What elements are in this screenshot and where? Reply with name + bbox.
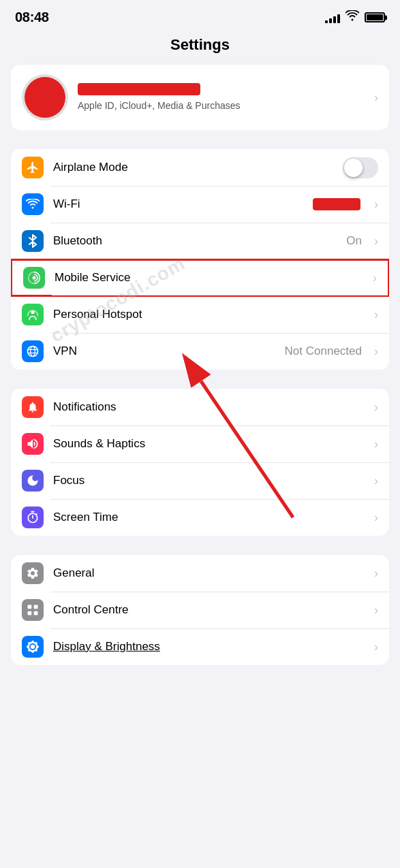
sounds-haptics-chevron-icon: ›	[374, 437, 378, 451]
page-title: Settings	[0, 31, 400, 65]
general-chevron-icon: ›	[374, 566, 378, 581]
svg-rect-6	[28, 605, 32, 609]
control-centre-chevron-icon: ›	[374, 603, 378, 617]
profile-card[interactable]: Apple ID, iCloud+, Media & Purchases ›	[11, 65, 389, 130]
wifi-label: Wi-Fi	[53, 197, 303, 211]
general-label: General	[53, 566, 365, 580]
settings-row-bluetooth[interactable]: Bluetooth On ›	[11, 223, 389, 259]
vpn-label: VPN	[53, 344, 275, 358]
settings-row-screen-time[interactable]: Screen Time ›	[11, 499, 389, 536]
notifications-label: Notifications	[53, 400, 365, 414]
display-brightness-label: Display & Brightness	[53, 640, 365, 654]
wifi-icon	[22, 193, 44, 215]
personal-hotspot-chevron-icon: ›	[374, 308, 378, 322]
wifi-status-icon	[345, 10, 359, 25]
vpn-value: Not Connected	[285, 344, 362, 358]
personal-hotspot-icon	[22, 304, 44, 325]
settings-row-sounds-haptics[interactable]: Sounds & Haptics ›	[11, 425, 389, 462]
mobile-service-chevron-icon: ›	[373, 271, 377, 285]
svg-point-0	[33, 276, 36, 280]
settings-row-general[interactable]: General ›	[11, 555, 389, 592]
vpn-icon	[22, 340, 44, 362]
screen-time-icon	[22, 507, 44, 528]
status-icons	[325, 10, 385, 25]
screen-time-chevron-icon: ›	[374, 511, 378, 525]
profile-name-redacted	[78, 83, 200, 95]
sounds-haptics-icon	[22, 433, 44, 455]
settings-row-focus[interactable]: Focus ›	[11, 462, 389, 499]
bluetooth-label: Bluetooth	[53, 234, 337, 248]
settings-row-airplane-mode[interactable]: Airplane Mode	[11, 149, 389, 186]
profile-subtitle: Apple ID, iCloud+, Media & Purchases	[78, 99, 365, 112]
wifi-chevron-icon: ›	[374, 197, 378, 212]
bluetooth-icon	[22, 230, 44, 252]
settings-row-personal-hotspot[interactable]: Personal Hotspot ›	[11, 296, 389, 333]
bluetooth-chevron-icon: ›	[374, 234, 378, 248]
control-centre-icon	[22, 599, 44, 621]
connectivity-group: Airplane Mode Wi-Fi › Bluetooth On ›	[11, 149, 389, 370]
battery-icon	[365, 12, 385, 22]
svg-rect-7	[34, 605, 38, 609]
focus-chevron-icon: ›	[374, 474, 378, 488]
notifications-chevron-icon: ›	[374, 400, 378, 415]
airplane-mode-toggle[interactable]	[343, 157, 378, 178]
airplane-mode-icon	[22, 157, 44, 178]
settings-row-control-centre[interactable]: Control Centre ›	[11, 592, 389, 628]
general-icon	[22, 562, 44, 584]
vpn-chevron-icon: ›	[374, 344, 378, 359]
signal-bars-icon	[325, 12, 340, 23]
notifications-icon	[22, 396, 44, 418]
mobile-service-icon	[23, 267, 45, 289]
svg-point-3	[31, 347, 35, 357]
bluetooth-value: On	[346, 234, 362, 248]
status-time: 08:48	[15, 10, 49, 25]
general-group: General › Control Centre › Display & Bri…	[11, 555, 389, 665]
display-brightness-icon	[22, 636, 44, 658]
mobile-service-label: Mobile Service	[55, 271, 363, 285]
airplane-mode-label: Airplane Mode	[53, 161, 333, 174]
focus-label: Focus	[53, 474, 365, 487]
profile-chevron-icon: ›	[374, 91, 378, 105]
svg-rect-8	[28, 611, 32, 615]
sounds-haptics-label: Sounds & Haptics	[53, 437, 365, 451]
svg-rect-9	[34, 611, 38, 615]
svg-point-2	[28, 347, 38, 357]
avatar	[22, 74, 68, 120]
settings-row-notifications[interactable]: Notifications ›	[11, 389, 389, 425]
wifi-value-redacted	[313, 198, 360, 210]
settings-row-display-brightness[interactable]: Display & Brightness ›	[11, 628, 389, 665]
profile-info: Apple ID, iCloud+, Media & Purchases	[78, 83, 365, 112]
personal-hotspot-label: Personal Hotspot	[53, 308, 365, 321]
focus-icon	[22, 470, 44, 492]
settings-row-mobile-service[interactable]: Mobile Service ›	[11, 259, 389, 296]
display-brightness-chevron-icon: ›	[374, 640, 378, 654]
control-centre-label: Control Centre	[53, 603, 365, 617]
notifications-group: Notifications › Sounds & Haptics › Focus…	[11, 389, 389, 536]
screen-time-label: Screen Time	[53, 511, 365, 524]
settings-row-wifi[interactable]: Wi-Fi ›	[11, 186, 389, 223]
status-bar: 08:48	[0, 0, 400, 31]
settings-row-vpn[interactable]: VPN Not Connected ›	[11, 333, 389, 370]
